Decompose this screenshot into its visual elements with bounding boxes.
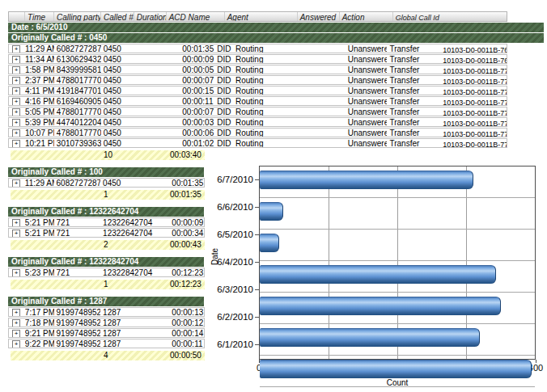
table-row: + 5:39 PM 4474012204 0450 00:00:03 DID_R… [8, 117, 507, 127]
cell-duration: 00:00:15 [182, 86, 214, 95]
group-summary: 4 00:00:50 [11, 351, 205, 360]
cell-time: 11:29 AM [25, 179, 54, 187]
cell-action: Transfer [387, 44, 440, 53]
table-row: + 1:58 PM 8439999581 0450 00:00:05 DID_R… [8, 65, 507, 74]
cell-agent [273, 55, 346, 63]
cell-acd-name: DID_Routing [214, 76, 273, 84]
summary-spacer [11, 150, 100, 160]
cell-time: 10:21 PM [25, 139, 54, 147]
cell-global-call-id: 10103-D0-0011B-770 [440, 65, 507, 74]
cell-calling-party: 9199748952 [54, 318, 101, 327]
header-calling-party: Calling party # [54, 12, 101, 21]
cell-calling-party: 6130629432 [54, 55, 101, 63]
cell-answered: Unanswered [346, 55, 388, 63]
cell-duration: 00:00:06 [182, 129, 214, 137]
category-label: 6/5/2010 [207, 221, 259, 248]
expander-cell: + [9, 76, 25, 84]
cell-agent [273, 139, 346, 147]
cell-acd-name: DID_Routing [214, 129, 273, 137]
cell-global-call-id: 10103-D0-0011B-778 [440, 118, 507, 126]
chart-row [260, 297, 535, 324]
cell-duration: 00:01:35 [182, 44, 214, 53]
cell-duration: 00:00:09 [182, 55, 214, 63]
cell-action: Transfer [387, 129, 440, 137]
category-label: 6/4/2010 [207, 248, 259, 276]
cell-agent [273, 118, 346, 126]
expander-cell: + [9, 65, 25, 74]
chart-row [260, 360, 535, 387]
chart-bar [260, 328, 480, 347]
cell-time: 5:21 PM [25, 229, 54, 237]
expand-icon[interactable]: + [12, 56, 20, 63]
expand-icon[interactable]: + [12, 45, 20, 53]
summary-count: 10 [100, 150, 170, 160]
expand-icon[interactable]: + [12, 219, 20, 226]
cell-agent [273, 76, 346, 84]
expand-icon[interactable]: + [12, 119, 20, 126]
table-row: + 10:07 PM 4788017770 0450 00:00:06 DID_… [8, 128, 507, 137]
summary-count: 4 [100, 351, 170, 360]
expand-icon[interactable]: + [12, 230, 20, 237]
cell-global-call-id: 10103-D0-0011B-773 [440, 97, 507, 105]
summary-count: 1 [100, 190, 170, 200]
group-band-0450: Originally Called # : 0450 [8, 33, 544, 43]
cell-global-call-id: 10103-D0-0011B-774 [440, 107, 507, 116]
expander-cell: + [9, 329, 25, 337]
table-row: + 11:34 AM 6130629432 0450 00:00:09 DID_… [8, 54, 507, 64]
cell-time: 4:16 PM [25, 97, 54, 105]
expand-icon[interactable]: + [12, 179, 20, 187]
cell-calling-party: 4788017770 [54, 107, 101, 116]
cell-agent [273, 65, 346, 74]
cell-duration: 00:00:13 [172, 308, 204, 316]
cell-time: 11:34 AM [25, 55, 54, 63]
expand-icon[interactable]: + [12, 87, 20, 95]
expand-icon[interactable]: + [12, 108, 20, 116]
expander-cell: + [9, 118, 25, 126]
expander-cell: + [9, 44, 25, 53]
expand-icon[interactable]: + [12, 140, 20, 147]
chart-bar [260, 234, 279, 252]
cell-called: 0450 [101, 129, 183, 137]
cell-duration: 00:01:02 [182, 139, 214, 147]
cell-time: 5:39 PM [25, 118, 54, 126]
expand-icon[interactable]: + [12, 340, 20, 348]
group-summary: 10 00:03:40 [11, 150, 205, 160]
cell-duration: 00:00:11 [172, 339, 204, 348]
cell-duration: 00:00:34 [172, 229, 204, 237]
cell-global-call-id: 10103-D0-0011B-77E [440, 129, 507, 137]
category-label: 6/2/2010 [207, 303, 259, 331]
cell-calling-party: 4788017770 [54, 76, 101, 84]
expand-icon[interactable]: + [12, 77, 20, 84]
expand-icon[interactable]: + [12, 330, 20, 337]
expand-icon[interactable]: + [12, 98, 20, 105]
cell-duration: 00:01:35 [172, 179, 204, 187]
expand-icon[interactable]: + [12, 269, 20, 276]
cell-time: 9:22 PM [25, 339, 54, 348]
header-time: Time [25, 12, 54, 21]
table-row: + 7:17 PM 9199748952 1287 00:00:13 [8, 307, 205, 317]
table-row: + 5:21 PM 721 12322642704 00:00:34 [8, 228, 205, 238]
cell-action: Transfer [387, 139, 440, 147]
cell-called: 0450 [100, 179, 172, 187]
cell-global-call-id: 10103-D0-0011B-76F [440, 55, 507, 63]
summary-count: 1 [100, 280, 170, 289]
cell-calling-party: 721 [54, 218, 101, 226]
cell-calling-party: 4191847701 [54, 86, 101, 95]
cell-answered: Unanswered [346, 44, 388, 53]
cell-duration: 00:00:12 [172, 318, 204, 327]
table-row: + 9:22 PM 9199748952 1287 00:00:11 [8, 339, 205, 348]
cell-called: 1287 [100, 318, 172, 327]
date-group-band: Date : 6/5/2010 [8, 23, 544, 32]
cell-answered: Unanswered [346, 65, 388, 74]
header-action: Action [340, 12, 393, 21]
expander-cell: + [9, 139, 25, 147]
expand-icon[interactable]: + [12, 129, 20, 137]
cell-duration: 00:00:07 [182, 76, 214, 84]
expander-cell: + [9, 129, 25, 137]
expander-cell: + [9, 339, 25, 348]
expand-icon[interactable]: + [12, 309, 20, 316]
expand-icon[interactable]: + [12, 319, 20, 327]
header-called: Called # [101, 12, 134, 21]
expand-icon[interactable]: + [12, 66, 20, 74]
group-summary: 2 00:00:43 [11, 240, 205, 250]
